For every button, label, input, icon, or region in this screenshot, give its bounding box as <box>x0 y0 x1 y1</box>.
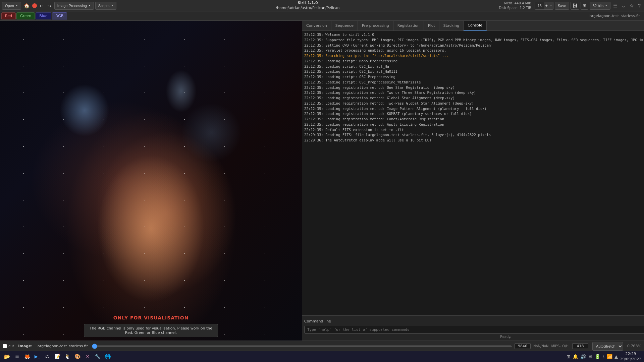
clock-date: 29/09/2022 <box>620 357 641 362</box>
open-dropdown-arrow: ▼ <box>15 4 18 7</box>
console-log-line: 22:12:35: Welcome to siril v1.1.0 <box>304 32 644 38</box>
right-panel: Conversion Sequence Pre-processing Regis… <box>302 21 644 341</box>
app-subtitle: /home/adrian/astro/Pelican/Pelican <box>118 6 497 10</box>
bottom-info-bar: cut Image: largelagoon-test_starless.fit… <box>0 341 644 351</box>
taskbar-wifi-icon[interactable]: ▲ <box>614 354 618 359</box>
layout-icon-btn[interactable]: ⊞ <box>581 2 588 10</box>
console-log-line: 22:12:35: Loading script: OSC_Preprocess… <box>304 74 644 80</box>
image-icon-btn[interactable]: 🖼 <box>571 2 579 10</box>
taskbar-apps-icon[interactable]: ⊞ <box>567 354 571 359</box>
console-log-line: 22:12:35: Loading script: Mono_Preproces… <box>304 59 644 64</box>
question-button[interactable]: ? <box>637 2 642 10</box>
app-title: Siril-1.1.0 <box>118 1 497 5</box>
undo-icon: ↩ <box>40 3 44 8</box>
record-indicator <box>32 3 37 8</box>
console-log-line: 22:12:35: Loading script: OSC_Extract_Ha <box>304 64 644 69</box>
taskbar-icon-files[interactable]: 📂 <box>3 352 11 361</box>
visualisation-warning-label: ONLY FOR VISUALISATION <box>113 315 189 320</box>
open-button[interactable]: Open ▼ <box>2 2 21 10</box>
tab-stacking[interactable]: Stacking <box>439 21 464 31</box>
taskbar-volume-icon[interactable]: 🔊 <box>580 354 586 359</box>
taskbar-display-icon[interactable]: 🖥 <box>588 354 593 359</box>
cut-checkbox-row: cut <box>3 344 14 348</box>
taskbar-icon-list[interactable]: ≡ <box>13 352 21 361</box>
image-processing-label: Image Processing <box>57 4 87 8</box>
tab-preprocessing[interactable]: Pre-processing <box>358 21 393 31</box>
threads-input[interactable] <box>535 2 544 9</box>
console-log-line: 22:12:35: Loading script: OSC_Preprocess… <box>304 80 644 85</box>
autostretch-select[interactable]: AutoStretch User <box>592 342 623 351</box>
taskbar-notification-icon[interactable]: 🔔 <box>573 354 578 359</box>
tab-sequence[interactable]: Sequence <box>331 21 358 31</box>
home-icon: 🏠 <box>24 3 30 8</box>
taskbar-icon-browser[interactable]: 🌐 <box>103 352 112 361</box>
console-log-line: 22:29:36: The AutoStretch display mode w… <box>304 138 644 143</box>
tab-rgb[interactable]: RGB <box>52 12 67 19</box>
taskbar-battery-icon[interactable]: 🔋 <box>595 354 600 359</box>
taskbar-right-area: ⊞ 🔔 🔊 🖥 🔋 ᛒ 📶 ▲ 22:29 29/09/2022 <box>567 351 641 362</box>
bits-arrow: ▼ <box>605 4 607 7</box>
taskbar-icon-firefox[interactable]: 🦊 <box>23 352 32 361</box>
tab-green[interactable]: Green <box>16 12 35 19</box>
scripts-label: Scripts <box>98 4 110 8</box>
taskbar-icon-tool[interactable]: 🔧 <box>93 352 102 361</box>
image-filename-header: largelagoon-test_starless.fit <box>589 14 643 18</box>
image-panel[interactable]: ONLY FOR VISUALISATION The RGB channel i… <box>0 21 302 341</box>
home-button[interactable]: 🏠 <box>22 2 31 10</box>
lo-value-box: 418 <box>572 343 588 349</box>
undo-button[interactable]: ↩ <box>38 2 45 10</box>
taskbar-bluetooth-icon[interactable]: ᛒ <box>602 354 605 359</box>
scripts-button[interactable]: Scripts ▼ <box>95 2 117 10</box>
chevron-down-button[interactable]: ⌄ <box>620 2 627 10</box>
slider-container: 9846 NaN/NaN MIPS-LO/HI 418 <box>92 343 588 349</box>
console-log-line: 22:12:35: Loading registration method: O… <box>304 85 644 90</box>
bits-button[interactable]: 32 bits ▼ <box>590 2 610 10</box>
taskbar-icon-paint[interactable]: 🎨 <box>73 352 82 361</box>
tab-blue[interactable]: Blue <box>36 12 51 19</box>
tab-console[interactable]: Console <box>464 21 487 31</box>
console-log-line: 22:12:35: Loading registration method: T… <box>304 90 644 96</box>
console-log-line: 22:12:35: Searching scripts in: "/usr/lo… <box>304 53 644 59</box>
console-log-line: 22:12:35: Loading registration method: T… <box>304 101 644 106</box>
tab-conversion[interactable]: Conversion <box>302 21 331 31</box>
memory-info: Mem: 440.4 MiB Disk Space: 1.2 TiB <box>499 1 531 10</box>
scripts-arrow: ▼ <box>111 4 113 7</box>
taskbar-network-icon[interactable]: 📶 <box>607 354 612 359</box>
command-input[interactable] <box>304 326 644 334</box>
image-processing-arrow: ▼ <box>88 4 91 7</box>
tab-red[interactable]: Red <box>1 12 16 19</box>
open-label: Open <box>5 4 14 8</box>
console-log-line: 22:12:35: Loading script: OSC_Extract_Ha… <box>304 69 644 74</box>
tab-registration[interactable]: Registration <box>393 21 424 31</box>
image-label-prefix: Image: <box>18 344 33 348</box>
taskbar-icon-folder[interactable]: 🗂 <box>43 352 52 361</box>
threads-decrement[interactable]: − <box>549 2 553 9</box>
console-log-line: 22:12:35: Loading registration method: C… <box>304 117 644 122</box>
star-toolbar-button[interactable]: ☆ <box>628 2 635 10</box>
image-processing-button[interactable]: Image Processing ▼ <box>54 2 94 10</box>
right-tab-bar: Conversion Sequence Pre-processing Regis… <box>302 21 644 31</box>
save-button[interactable]: Save <box>555 2 569 10</box>
image-name-value: largelagoon-test_starless.fit <box>37 344 88 348</box>
tab-plot[interactable]: Plot <box>424 21 439 31</box>
threads-increment[interactable]: + <box>544 2 549 9</box>
taskbar: 📂 ≡ 🦊 ▶_ 🗂 📝 🐧 🎨 ✕ 🔧 🌐 ⊞ 🔔 🔊 🖥 🔋 ᛒ 📶 ▲ 2… <box>0 351 644 362</box>
rgb-tooltip: The RGB channel is only used for visuali… <box>84 324 218 337</box>
cut-checkbox[interactable] <box>3 344 7 348</box>
lo-slider[interactable] <box>92 346 512 347</box>
taskbar-icon-xapp[interactable]: ✕ <box>83 352 92 361</box>
console-log-line: 22:12:35: Setting CWD (Current Working D… <box>304 43 644 48</box>
redo-icon: ↪ <box>48 3 52 8</box>
redo-button[interactable]: ↪ <box>46 2 53 10</box>
taskbar-icon-terminal[interactable]: ▶_ <box>33 352 42 361</box>
console-log[interactable]: 22:12:35: Welcome to siril v1.1.022:12:3… <box>302 31 644 315</box>
console-log-line: 22:12:35: Loading registration method: A… <box>304 122 644 127</box>
channel-tabs-bar: Red Green Blue RGB largelagoon-test_star… <box>0 11 644 21</box>
console-log-line: 22:12:35: Parallel processing enabled: u… <box>304 48 644 53</box>
taskbar-icon-notes[interactable]: 📝 <box>53 352 62 361</box>
hamburger-button[interactable]: ☰ <box>612 2 619 10</box>
cut-label: cut <box>8 344 14 348</box>
taskbar-icon-penguin[interactable]: 🐧 <box>63 352 72 361</box>
disk-label: Disk Space: 1.2 TiB <box>499 6 531 10</box>
bits-label: 32 bits <box>593 4 603 8</box>
